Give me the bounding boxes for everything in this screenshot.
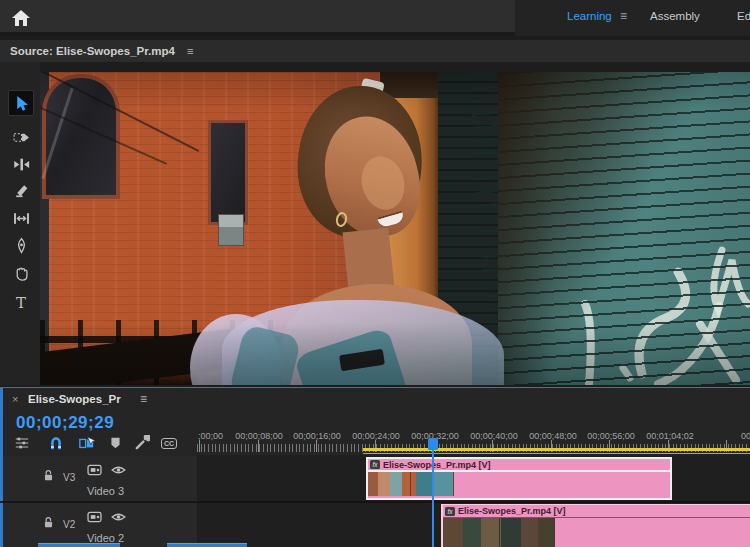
marker-icon[interactable]: [104, 434, 126, 452]
learning-menu-icon[interactable]: ≡: [620, 9, 627, 23]
lock-icon[interactable]: [43, 469, 54, 482]
clip-thumbnail: [368, 472, 454, 496]
timeline-display-settings-icon[interactable]: [11, 434, 33, 452]
timeline-panel: × Elise-Swopes_Pr ≡ 00;00;29;29: [0, 387, 750, 547]
snap-magnet-icon[interactable]: [45, 434, 67, 452]
source-patch-v1[interactable]: [38, 543, 120, 547]
slip-tool[interactable]: [8, 205, 34, 231]
home-icon: [11, 9, 31, 27]
slip-icon: [13, 210, 30, 227]
selection-tool[interactable]: [8, 90, 34, 116]
track-select-forward-tool[interactable]: [8, 124, 34, 150]
source-panel-header: Source: Elise-Swopes_Pr.mp4≡: [0, 40, 750, 62]
type-tool[interactable]: T: [8, 290, 34, 316]
clip-body: [368, 472, 670, 496]
source-panel-title: Source: Elise-Swopes_Pr.mp4: [10, 45, 175, 57]
track-select-icon: [13, 129, 30, 146]
selection-arrow-icon: [13, 95, 30, 112]
workspace-tab-assembly[interactable]: Assembly: [650, 10, 700, 22]
close-icon[interactable]: ×: [12, 393, 18, 405]
work-area-bar[interactable]: [363, 448, 750, 451]
razor-tool[interactable]: [8, 178, 34, 204]
work-area-bar-2: [363, 453, 750, 455]
track-id-v2[interactable]: V2: [63, 519, 75, 530]
tools-panel: T: [0, 62, 40, 385]
pen-tool[interactable]: [8, 232, 34, 258]
clip-thumbnail: [443, 518, 555, 547]
playhead[interactable]: [428, 438, 438, 547]
sync-lock-icon[interactable]: [87, 511, 102, 523]
premiere-window: Learning ≡ Assembly Ed Source: Elise-Swo…: [0, 0, 750, 547]
playhead-line: [432, 448, 434, 547]
captions-icon[interactable]: CC: [158, 434, 180, 452]
ripple-edit-icon: [13, 156, 30, 173]
track-header-v2: V2 Video 2: [3, 503, 197, 547]
track-label-v3[interactable]: Video 3: [87, 485, 124, 497]
track-visibility-eye-icon[interactable]: [111, 512, 126, 522]
clip-title-bar: fx Elise-Swopes_Pr.mp4 [V]: [368, 459, 670, 472]
type-tool-icon: T: [16, 296, 26, 311]
timeline-toolbar: CC: [0, 434, 196, 454]
lock-icon[interactable]: [43, 516, 54, 529]
track-header-v3: V3 Video 3: [3, 456, 197, 501]
fx-badge: fx: [445, 507, 455, 516]
fx-badge: fx: [370, 460, 380, 469]
track-id-v3[interactable]: V3: [63, 472, 75, 483]
timeline-tab-title[interactable]: Elise-Swopes_Pr: [28, 393, 121, 405]
timeline-clip-v3[interactable]: fx Elise-Swopes_Pr.mp4 [V]: [366, 457, 672, 500]
razor-icon: [13, 183, 30, 200]
timeline-tabbar: × Elise-Swopes_Pr ≡: [0, 388, 750, 412]
linked-selection-icon[interactable]: [75, 434, 97, 452]
track-visibility-eye-icon[interactable]: [111, 465, 126, 475]
source-panel-menu-icon[interactable]: ≡: [187, 45, 194, 57]
timeline-clip-v2[interactable]: fx Elise-Swopes_Pr.mp4 [V]: [441, 504, 750, 547]
wrench-icon[interactable]: [131, 434, 153, 452]
source-monitor[interactable]: [40, 72, 750, 385]
pen-icon: [13, 237, 30, 254]
track-target-v1[interactable]: [167, 543, 247, 547]
workspace-tabzone: [515, 0, 750, 36]
clip-title-bar: fx Elise-Swopes_Pr.mp4 [V]: [443, 505, 750, 518]
timeline-panel-menu-icon[interactable]: ≡: [140, 392, 147, 406]
hand-icon: [13, 265, 30, 282]
vignette: [40, 72, 750, 385]
workspace-tab-editing[interactable]: Ed: [737, 10, 750, 22]
hand-tool[interactable]: [8, 260, 34, 286]
workspace-bar: Learning ≡ Assembly Ed: [0, 0, 750, 36]
playhead-timecode[interactable]: 00;00;29;29: [16, 413, 114, 433]
clip-body: [443, 518, 750, 547]
home-button[interactable]: [6, 4, 36, 32]
ripple-edit-tool[interactable]: [8, 151, 34, 177]
clip-label: Elise-Swopes_Pr.mp4 [V]: [458, 506, 566, 516]
sync-lock-icon[interactable]: [87, 464, 102, 476]
workspace-tab-learning[interactable]: Learning: [567, 10, 612, 22]
